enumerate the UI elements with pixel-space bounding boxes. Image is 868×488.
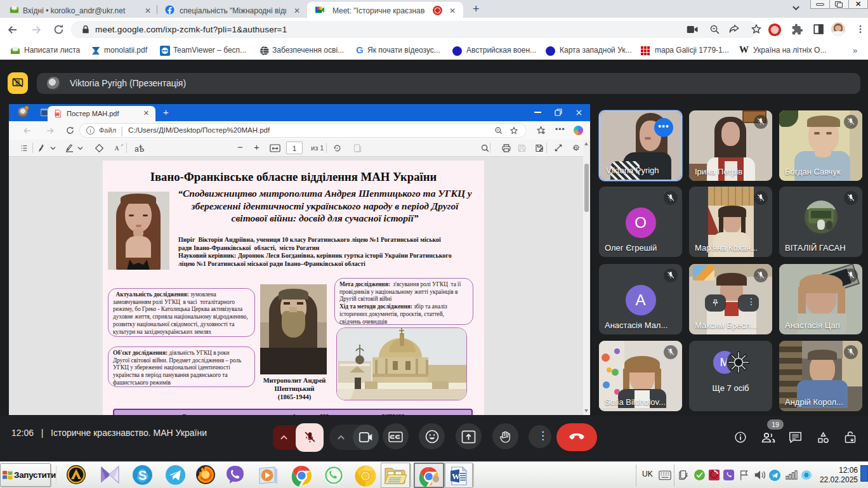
svg-text:W: W bbox=[452, 472, 460, 481]
svg-text:A: A bbox=[115, 145, 120, 152]
svg-text:S: S bbox=[138, 468, 147, 482]
svg-text:PDF: PDF bbox=[56, 112, 62, 115]
